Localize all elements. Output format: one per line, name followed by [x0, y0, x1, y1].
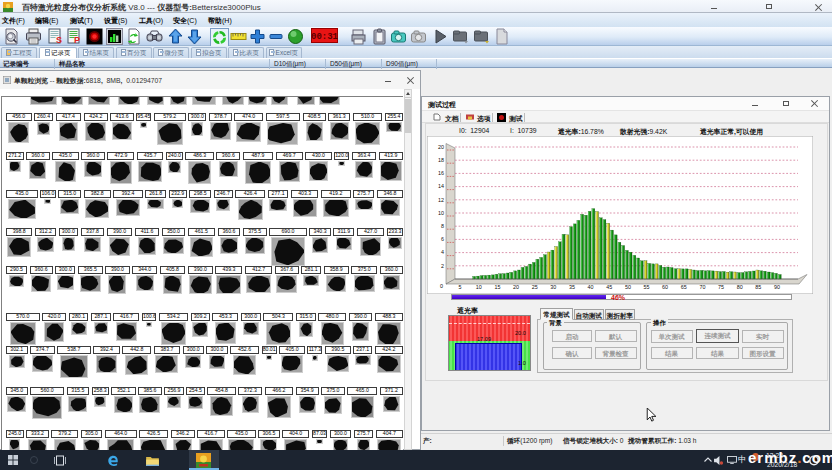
svg-text:35: 35 [569, 284, 575, 290]
svg-text:10: 10 [476, 284, 482, 290]
svg-text:20: 20 [438, 144, 444, 150]
svg-text:S: S [56, 35, 62, 45]
svg-text:00:31: 00:31 [311, 32, 338, 42]
svg-text:P: P [74, 35, 80, 45]
svg-text:50: 50 [625, 284, 631, 290]
svg-text:20: 20 [513, 284, 519, 290]
svg-text:15: 15 [494, 284, 500, 290]
svg-text:10: 10 [438, 210, 444, 216]
svg-text:8: 8 [441, 223, 444, 229]
svg-text:40: 40 [588, 284, 594, 290]
svg-text:5: 5 [459, 284, 462, 290]
svg-text:45: 45 [606, 284, 612, 290]
svg-text:55: 55 [644, 284, 650, 290]
svg-text:60: 60 [662, 284, 668, 290]
svg-text:80: 80 [737, 284, 743, 290]
svg-text:25: 25 [532, 284, 538, 290]
svg-text:75: 75 [718, 284, 724, 290]
svg-text:0: 0 [440, 283, 443, 289]
svg-text:65: 65 [681, 284, 687, 290]
svg-text:30: 30 [550, 284, 556, 290]
svg-text:85: 85 [755, 284, 761, 290]
svg-text:90: 90 [774, 284, 780, 290]
svg-text:14: 14 [438, 183, 444, 189]
svg-text:16: 16 [438, 170, 444, 176]
svg-text:2: 2 [441, 263, 444, 269]
svg-text:6: 6 [441, 236, 444, 242]
svg-text:70: 70 [699, 284, 705, 290]
svg-text:12: 12 [438, 197, 444, 203]
svg-text:4: 4 [441, 249, 444, 255]
svg-text:18: 18 [438, 157, 444, 163]
